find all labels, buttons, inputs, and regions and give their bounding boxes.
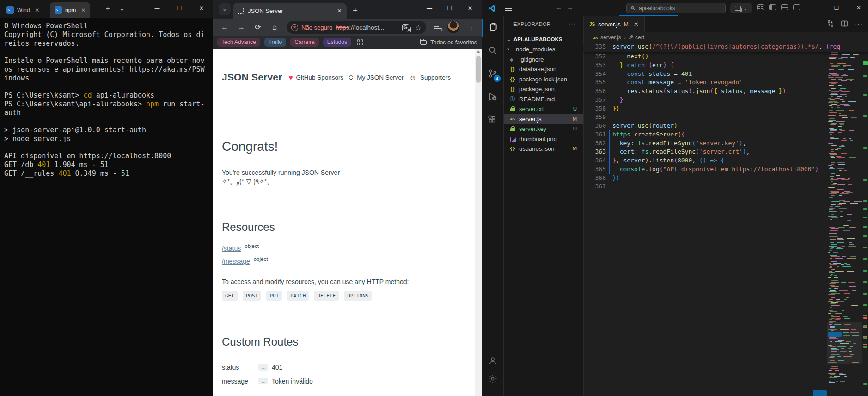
new-tab-button[interactable]: ＋ bbox=[351, 5, 359, 15]
maximize-button[interactable]: ☐ bbox=[169, 0, 189, 17]
terminal-tab-windows-powershell[interactable]: >_ Wind ✕ bbox=[2, 2, 44, 18]
code-line[interactable]: 362 key: fs.readFileSync('server.key'), bbox=[584, 139, 827, 148]
file-item-README.md[interactable]: ⓘREADME.md bbox=[504, 94, 583, 105]
nav-link[interactable]: Supporters bbox=[420, 74, 451, 81]
file-item-server.js[interactable]: JSserver.jsM bbox=[504, 114, 583, 124]
toggle-secondary-sidebar-icon[interactable] bbox=[793, 4, 800, 10]
explorer-more-actions-icon[interactable]: ··· bbox=[568, 20, 576, 27]
apps-grid-icon[interactable] bbox=[357, 39, 363, 45]
close-tab-icon[interactable]: ✕ bbox=[337, 7, 342, 14]
code-line[interactable]: 359 bbox=[584, 113, 827, 122]
code-line[interactable]: 357 } bbox=[584, 96, 827, 105]
code-line[interactable]: 365 console.log("API disponível em https… bbox=[584, 165, 827, 174]
maximize-button[interactable]: ☐ bbox=[826, 0, 847, 16]
page-scrollbar[interactable] bbox=[475, 49, 482, 396]
resource-link[interactable]: /message bbox=[222, 258, 250, 265]
breadcrumb[interactable]: JSserver.js› cert bbox=[584, 32, 868, 43]
resource-link[interactable]: /status bbox=[222, 245, 241, 252]
all-bookmarks-label[interactable]: Todos os favoritos bbox=[430, 39, 477, 46]
file-item-package-lock.json[interactable]: {}package-lock.json bbox=[504, 74, 583, 85]
editor-more-actions-icon[interactable]: ··· bbox=[855, 20, 863, 29]
breadcrumb-symbol[interactable]: cert bbox=[635, 34, 644, 41]
bookmark-chip-estudos[interactable]: Estudos bbox=[323, 38, 351, 47]
code-line[interactable]: 356 res.status(status).json({ status, me… bbox=[584, 87, 827, 96]
address-bar[interactable]: ✕ Não seguro https://localhost... G ☆ bbox=[287, 21, 426, 34]
bookmark-chip-carreira[interactable]: Carreira bbox=[290, 38, 318, 47]
code-line[interactable]: 367 bbox=[584, 182, 827, 191]
file-item-server.key[interactable]: server.keyU bbox=[504, 124, 583, 134]
tab-dropdown-icon[interactable]: ⌄ bbox=[119, 5, 125, 12]
close-tab-icon[interactable]: ✕ bbox=[634, 21, 639, 28]
explorer-activity-icon[interactable] bbox=[482, 19, 504, 37]
toggle-sidebar-icon[interactable] bbox=[769, 4, 776, 10]
search-activity-icon[interactable] bbox=[482, 42, 504, 60]
command-center-search[interactable]: 🔍︎ api-alurabooks bbox=[626, 3, 726, 13]
minimize-button[interactable]: — bbox=[147, 0, 167, 17]
browser-menu-icon[interactable]: ⋮ bbox=[468, 22, 475, 32]
close-tab-icon[interactable]: ✕ bbox=[81, 7, 86, 13]
source-control-activity-icon[interactable]: 4 bbox=[482, 65, 504, 83]
close-button[interactable]: ✕ bbox=[460, 1, 480, 16]
minimize-button[interactable]: — bbox=[804, 0, 825, 16]
code-line[interactable]: 363 cert: fs.readFileSync('server.crt'), bbox=[584, 148, 827, 156]
terminal-tab-npm[interactable]: >_ npm ✕ bbox=[50, 2, 90, 18]
browser-tab[interactable]: JSON Server ✕ bbox=[233, 3, 347, 19]
code-editor[interactable]: 352 next()353 } catch (err) {354 const s… bbox=[584, 52, 868, 191]
translate-icon[interactable]: G bbox=[402, 24, 409, 31]
url-text[interactable]: https://localhost... bbox=[336, 24, 384, 31]
code-line[interactable]: 335server.use(/^(?!\/(public|livros|auto… bbox=[584, 43, 868, 52]
customize-layout-icon[interactable] bbox=[757, 4, 764, 10]
minimap[interactable] bbox=[827, 41, 862, 396]
toggle-panel-icon[interactable] bbox=[781, 4, 788, 10]
code-line[interactable]: 360server.use(router) bbox=[584, 122, 827, 130]
bookmark-star-icon[interactable]: ☆ bbox=[415, 23, 422, 32]
bookmark-chip-trello[interactable]: Trello bbox=[264, 38, 287, 47]
code-line[interactable]: 352 next() bbox=[584, 52, 827, 61]
breadcrumb-file[interactable]: server.js bbox=[600, 34, 621, 41]
close-button[interactable]: ✕ bbox=[191, 0, 212, 17]
bookmark-chip-tech-advance[interactable]: Tech Advance bbox=[217, 38, 260, 47]
back-icon[interactable]: ← bbox=[219, 22, 230, 33]
maximize-button[interactable]: ☐ bbox=[440, 1, 459, 16]
forward-icon[interactable]: → bbox=[236, 22, 247, 33]
file-item-thumbnail.png[interactable]: thumbnail.png bbox=[504, 134, 583, 144]
profile-avatar[interactable] bbox=[447, 21, 459, 33]
code-line[interactable]: 355 const message = 'Token revogado' bbox=[584, 78, 827, 87]
file-item-server.crt[interactable]: server.crtU bbox=[504, 104, 583, 114]
reading-list-icon[interactable]: ♪ bbox=[434, 24, 442, 31]
code-line[interactable]: 366}) bbox=[584, 174, 827, 183]
code-line[interactable]: 364}, server).listen(8000, () => { bbox=[584, 156, 827, 165]
nav-link[interactable]: My JSON Server bbox=[357, 74, 403, 81]
reload-icon[interactable]: ⟳ bbox=[252, 22, 263, 33]
file-item-usuarios.json[interactable]: {}usuarios.jsonM bbox=[504, 144, 583, 154]
close-button[interactable]: ✕ bbox=[849, 0, 868, 16]
nav-link[interactable]: GitHub Sponsors bbox=[296, 74, 344, 81]
minimap-slider[interactable] bbox=[827, 322, 862, 364]
editor-tab-serverjs[interactable]: JS server.js M ✕ bbox=[584, 16, 645, 32]
code-line[interactable]: 354 const status = 401 bbox=[584, 70, 827, 79]
nav-back-icon[interactable]: ← bbox=[556, 4, 562, 11]
minimize-button[interactable]: — bbox=[420, 1, 439, 16]
file-item-node_modules[interactable]: ›node_modules bbox=[504, 44, 583, 55]
settings-gear-icon[interactable] bbox=[482, 370, 504, 389]
code-line[interactable]: 358}) bbox=[584, 105, 827, 113]
sticky-scroll-line[interactable]: 335server.use(/^(?!\/(public|livros|auto… bbox=[584, 43, 868, 52]
remote-indicator[interactable]: ⌄ bbox=[730, 3, 752, 13]
terminal-output[interactable]: O Windows PowerShellCopyright (C) Micros… bbox=[4, 22, 211, 178]
open-changes-icon[interactable] bbox=[827, 20, 834, 29]
not-secure-label[interactable]: Não seguro bbox=[301, 24, 332, 31]
workspace-root-item[interactable]: ⌄ API-ALURABOOKS bbox=[504, 34, 583, 44]
nav-forward-icon[interactable]: → bbox=[567, 4, 573, 11]
split-editor-icon[interactable] bbox=[841, 20, 848, 29]
run-debug-activity-icon[interactable] bbox=[482, 88, 504, 106]
scroll-up-icon[interactable] bbox=[477, 50, 480, 53]
file-item-database.json[interactable]: {}database.json bbox=[504, 64, 583, 74]
home-icon[interactable]: ⌂ bbox=[269, 22, 280, 33]
tab-search-icon[interactable]: ⌄ bbox=[219, 3, 231, 15]
code-line[interactable]: 361https.createServer({ bbox=[584, 130, 827, 139]
scrollbar-thumb[interactable] bbox=[476, 56, 481, 83]
code-line[interactable]: 353 } catch (err) { bbox=[584, 61, 827, 70]
menu-icon[interactable] bbox=[505, 4, 512, 12]
new-tab-button[interactable]: ＋ bbox=[104, 5, 111, 13]
account-icon[interactable] bbox=[482, 352, 504, 370]
